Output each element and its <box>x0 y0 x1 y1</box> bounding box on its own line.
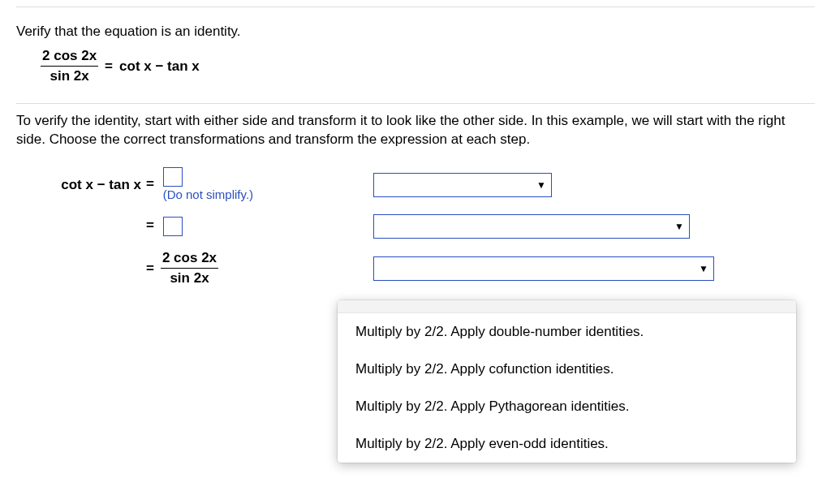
dropdown-option[interactable]: Multiply by 2/2. Apply Pythagorean ident… <box>338 388 796 425</box>
identity-rhs: cot x − tan x <box>119 58 200 75</box>
start-expression: cot x − tan x <box>16 177 146 193</box>
final-fraction: 2 cos 2x sin 2x <box>161 250 218 287</box>
dropdown-option[interactable]: Multiply by 2/2. Apply even-odd identiti… <box>338 425 796 463</box>
equals-1: = <box>146 176 154 192</box>
answer-input-1[interactable] <box>163 167 183 187</box>
dropdown-popup: Multiply by 2/2. Apply double-number ide… <box>338 300 796 463</box>
identity-lhs-numerator: 2 cos 2x <box>41 48 98 67</box>
dropdown-option[interactable]: Multiply by 2/2. Apply double-number ide… <box>338 313 796 351</box>
chevron-down-icon: ▼ <box>699 263 708 274</box>
problem-prompt: Verify that the equation is an identity. <box>16 24 815 40</box>
transformation-dropdown-1[interactable]: ▼ <box>373 173 552 197</box>
chevron-down-icon: ▼ <box>536 179 546 191</box>
equals-3: = <box>146 261 154 277</box>
identity-lhs-fraction: 2 cos 2x sin 2x <box>41 48 98 85</box>
identity-lhs-denominator: sin 2x <box>41 67 98 84</box>
answer-hint: (Do not simplify.) <box>163 187 253 201</box>
answer-input-2[interactable] <box>163 217 183 236</box>
identity-equals: = <box>105 58 113 75</box>
final-denominator: sin 2x <box>161 269 218 286</box>
equals-2: = <box>146 218 154 233</box>
transformation-dropdown-2[interactable]: ▼ <box>373 214 690 239</box>
dropdown-popup-header <box>338 300 796 313</box>
final-numerator: 2 cos 2x <box>161 250 218 269</box>
instruction-text: To verify the identity, start with eithe… <box>16 104 815 153</box>
chevron-down-icon: ▼ <box>674 221 684 232</box>
dropdown-option[interactable]: Multiply by 2/2. Apply cofunction identi… <box>338 351 796 388</box>
transformation-dropdown-3[interactable]: ▼ <box>373 256 714 281</box>
